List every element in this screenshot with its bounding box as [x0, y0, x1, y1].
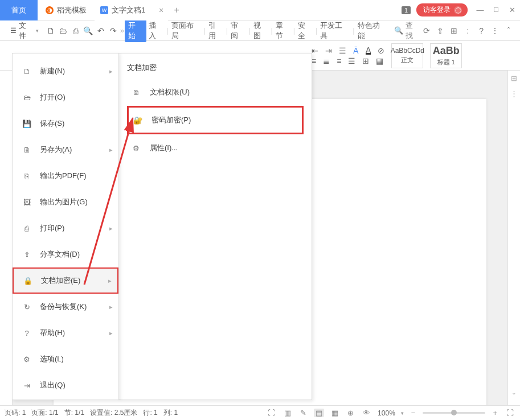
tab-feature[interactable]: 特色功能	[355, 20, 390, 41]
password-lock-icon: 🔐	[132, 114, 144, 126]
tab-insert[interactable]: 插入	[146, 20, 166, 41]
align-center-icon[interactable]: ≣	[323, 57, 330, 65]
settings-icon[interactable]: ⊞	[447, 26, 461, 35]
menu-options[interactable]: ⚙ 选项(L)	[13, 346, 118, 372]
chevron-right-icon: ▸	[109, 68, 113, 75]
undo-icon[interactable]: ↶	[95, 26, 107, 35]
chevron-down-icon[interactable]: ▾	[401, 410, 404, 416]
tab-document[interactable]: W 文字文稿1 ×	[95, 0, 168, 20]
print-icon[interactable]: ⎙	[69, 26, 82, 35]
align-right-icon[interactable]: ≡	[337, 57, 341, 65]
menu-open[interactable]: 🗁 打开(O)	[13, 84, 118, 110]
justify-icon[interactable]: ☰	[348, 57, 355, 65]
collapse-ribbon-icon[interactable]: ˆ	[502, 26, 515, 35]
status-position[interactable]: 设置值: 2.5厘米	[90, 408, 137, 418]
tab-review[interactable]: 审阅	[228, 20, 248, 41]
statusbar: 页码: 1 页面: 1/1 节: 1/1 设置值: 2.5厘米 行: 1 列: …	[0, 405, 520, 420]
fullscreen-icon[interactable]: ⛶	[266, 409, 277, 417]
chevron-right-icon: ▸	[109, 303, 113, 311]
status-col[interactable]: 列: 1	[163, 408, 178, 418]
preview-icon[interactable]: 🔍	[82, 26, 95, 35]
style-body[interactable]: AaBbCcDd 正文	[391, 43, 423, 68]
edit-icon[interactable]: ✎	[298, 409, 308, 417]
zoom-slider[interactable]	[423, 412, 485, 414]
borders-icon[interactable]: ⊞	[362, 57, 369, 65]
new-doc-icon[interactable]: 🗋	[44, 26, 57, 35]
submenu-title: 文档加密	[127, 63, 304, 73]
help-icon: ?	[22, 328, 32, 338]
chevron-right-icon: ▸	[108, 277, 112, 285]
submenu-permissions[interactable]: 🗎 文档权限(U)	[127, 80, 304, 105]
redo-icon[interactable]: ↷	[107, 26, 120, 35]
tab-view[interactable]: 视图	[251, 20, 271, 41]
tab-start[interactable]: 开始	[125, 19, 146, 42]
web-layout-icon[interactable]: ⊕	[346, 409, 355, 417]
zoom-in-icon[interactable]: +	[491, 409, 499, 417]
tab-devtools[interactable]: 开发工具	[318, 20, 352, 41]
search-button[interactable]: 🔍 查找	[394, 20, 420, 41]
style-heading1[interactable]: AaBb 标题 1	[430, 43, 462, 68]
file-button[interactable]: ☰ 文件 ▾	[5, 19, 44, 43]
align-left-icon[interactable]: ≡	[312, 57, 316, 65]
shading-icon[interactable]: ▦	[376, 57, 383, 65]
close-window-button[interactable]: ✕	[504, 6, 520, 14]
line-spacing-icon[interactable]: ☰	[339, 47, 346, 55]
guest-login-button[interactable]: 访客登录 ◯	[416, 3, 468, 17]
status-page[interactable]: 页面: 1/1	[31, 408, 58, 418]
clear-format-icon[interactable]: ⊘	[378, 47, 384, 55]
zoom-out-icon[interactable]: −	[410, 409, 417, 417]
menu-print[interactable]: ⎙ 打印(P) ▸	[13, 215, 118, 241]
minimize-button[interactable]: —	[472, 6, 488, 14]
tab-pagelayout[interactable]: 页面布局	[169, 20, 203, 41]
submenu-properties[interactable]: ⚙ 属性(I)...	[127, 135, 304, 160]
chevron-right-icon: ▸	[109, 146, 113, 154]
sidebar-select-icon[interactable]: ⊞	[511, 74, 517, 83]
toolbar: ☰ 文件 ▾ 🗋 🗁 ⎙ 🔍 ↶ ↷ » 开始 插入 | 页面布局 | 引用 |…	[0, 20, 520, 41]
outline-view-icon[interactable]: ▦	[330, 409, 340, 417]
notification-badge[interactable]: 1	[402, 6, 411, 14]
close-tab-icon[interactable]: ×	[159, 6, 163, 15]
status-section[interactable]: 节: 1/1	[64, 408, 84, 418]
zoom-level[interactable]: 100%	[378, 409, 395, 417]
menu-share[interactable]: ⇪ 分享文档(D)	[13, 241, 118, 267]
sidebar-outline-icon[interactable]: ⋮	[510, 89, 518, 98]
status-page-no[interactable]: 页码: 1	[5, 408, 26, 418]
tab-security[interactable]: 安全	[296, 20, 315, 41]
reading-layout-icon[interactable]: ▥	[282, 409, 293, 417]
help-icon[interactable]: :	[461, 26, 474, 35]
help-button[interactable]: ?	[474, 26, 488, 35]
menu-exit[interactable]: ⇥ 退出(Q)	[13, 372, 118, 398]
tab-chapter[interactable]: 章节	[273, 20, 293, 41]
page-layout-icon[interactable]: ▤	[314, 409, 324, 417]
add-tab-button[interactable]: +	[168, 5, 185, 15]
cloud-sync-icon[interactable]: ⟳	[420, 26, 433, 35]
menu-new[interactable]: 🗋 新建(N) ▸	[13, 58, 118, 84]
menu-saveas[interactable]: 🗎 另存为(A) ▸	[13, 137, 118, 163]
tab-docker-template[interactable]: ◑ 稻壳模板	[38, 0, 95, 20]
menu-help-label: 帮助(H)	[40, 328, 65, 338]
zoom-slider-handle[interactable]	[451, 410, 457, 415]
menu-save[interactable]: 💾 保存(S)	[13, 110, 118, 137]
tab-home[interactable]: 首页	[0, 0, 38, 20]
submenu-password[interactable]: 🔐 密码加密(P)	[129, 108, 302, 133]
indent-left-icon[interactable]: ⇤	[312, 47, 318, 55]
menu-help[interactable]: ? 帮助(H) ▸	[13, 320, 118, 346]
fit-page-icon[interactable]: ⛶	[505, 409, 515, 417]
file-menu: 🗋 新建(N) ▸ 🗁 打开(O) 💾 保存(S) 🗎 另存为(A) ▸ ⎘ 输…	[12, 53, 119, 400]
eye-icon[interactable]: 👁	[361, 409, 372, 417]
menu-encrypt[interactable]: 🔒 文档加密(E) ▸	[13, 267, 118, 294]
share-icon[interactable]: ⇪	[433, 26, 447, 35]
menu-pdf[interactable]: ⎘ 输出为PDF(F)	[13, 163, 118, 189]
menu-image[interactable]: 🖼 输出为图片(G)	[13, 189, 118, 215]
text-direction-icon[interactable]: Ᾱ	[353, 47, 359, 55]
open-icon[interactable]: 🗁	[57, 26, 69, 35]
tab-reference[interactable]: 引用	[206, 20, 226, 41]
submenu-password-label: 密码加密(P)	[152, 115, 191, 125]
font-color-icon[interactable]: A	[366, 46, 371, 55]
status-row[interactable]: 行: 1	[143, 408, 157, 418]
sidebar-down-icon[interactable]: ˇ	[513, 392, 515, 401]
menu-backup[interactable]: ↻ 备份与恢复(K) ▸	[13, 294, 118, 320]
more-icon[interactable]: ⋮	[488, 26, 502, 35]
indent-right-icon[interactable]: ⇥	[325, 47, 332, 55]
maximize-button[interactable]: ☐	[488, 6, 504, 14]
